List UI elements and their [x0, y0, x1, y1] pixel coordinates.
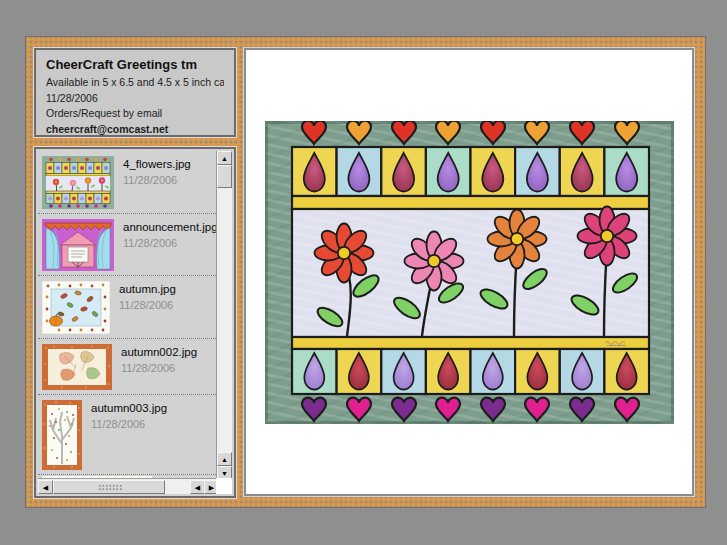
file-name: autumn003.jpg [91, 402, 167, 414]
right-arrow-icon: ▶ [209, 484, 214, 491]
vertical-scrollbar[interactable]: ▲ ▲ ▼ [216, 151, 232, 480]
availability-text: Available in 5 x 6.5 and 4.5 x 5 inch ca… [46, 76, 224, 88]
list-item-autumn002[interactable]: autumn002.jpg 11/28/2006 [38, 339, 218, 395]
app-title: CheerCraft Greetings tm [46, 57, 224, 72]
file-name: announcement.jpg [123, 221, 218, 233]
list-item-autumn[interactable]: autumn.jpg 11/28/2006 [38, 276, 218, 339]
file-name: 4_flowers.jpg [123, 158, 191, 170]
file-date: 11/28/2006 [121, 362, 197, 374]
file-date: 11/28/2006 [123, 237, 218, 249]
file-name: autumn.jpg [119, 283, 176, 295]
down-arrow-icon: ▼ [221, 470, 228, 477]
thumbnail-autumn003-icon [42, 400, 82, 470]
thumbnail-4-flowers-icon [42, 156, 114, 209]
list-item-4-flowers[interactable]: 4_flowers.jpg 11/28/2006 [38, 151, 218, 214]
vertical-scroll-thumb[interactable] [217, 165, 232, 188]
file-list-panel: 4_flowers.jpg 11/28/2006 [34, 147, 236, 498]
left-arrow-icon: ◀ [195, 484, 200, 491]
list-item-autumn003[interactable]: autumn003.jpg 11/28/2006 [38, 395, 218, 475]
file-list: 4_flowers.jpg 11/28/2006 [38, 151, 218, 480]
preview-panel [244, 48, 694, 496]
scroll-left-button-right[interactable]: ◀ [190, 480, 205, 494]
thumbnail-autumn-icon [42, 281, 110, 334]
scroll-left-button[interactable]: ◀ [38, 480, 53, 494]
thumbnail-autumn002-icon [42, 344, 112, 390]
list-item-announcement[interactable]: announcement.jpg 11/28/2006 [38, 214, 218, 276]
file-date: 11/28/2006 [123, 174, 191, 186]
up-arrow-icon: ▲ [221, 456, 228, 463]
scroll-up-button[interactable]: ▲ [217, 151, 232, 165]
horizontal-scrollbar[interactable]: ◀ ◀ ▶ [38, 478, 218, 494]
orders-text: Orders/Request by email [46, 107, 224, 119]
date-text: 11/28/2006 [46, 92, 224, 104]
file-name: autumn002.jpg [121, 346, 197, 358]
greeting-card-image [265, 121, 674, 424]
window-frame: CheerCraft Greetings tm Available in 5 x… [25, 36, 706, 508]
info-panel: CheerCraft Greetings tm Available in 5 x… [34, 48, 236, 137]
scroll-up-button-bottom[interactable]: ▲ [217, 452, 232, 466]
left-arrow-icon: ◀ [43, 484, 48, 491]
up-arrow-icon: ▲ [221, 155, 228, 162]
scrollbar-corner [216, 478, 232, 494]
thumbnail-announcement-icon [42, 219, 114, 271]
file-date: 11/28/2006 [119, 299, 176, 311]
horizontal-scroll-thumb[interactable] [53, 480, 165, 494]
email-text: cheercraft@comcast.net [46, 123, 224, 135]
file-date: 11/28/2006 [91, 418, 167, 430]
